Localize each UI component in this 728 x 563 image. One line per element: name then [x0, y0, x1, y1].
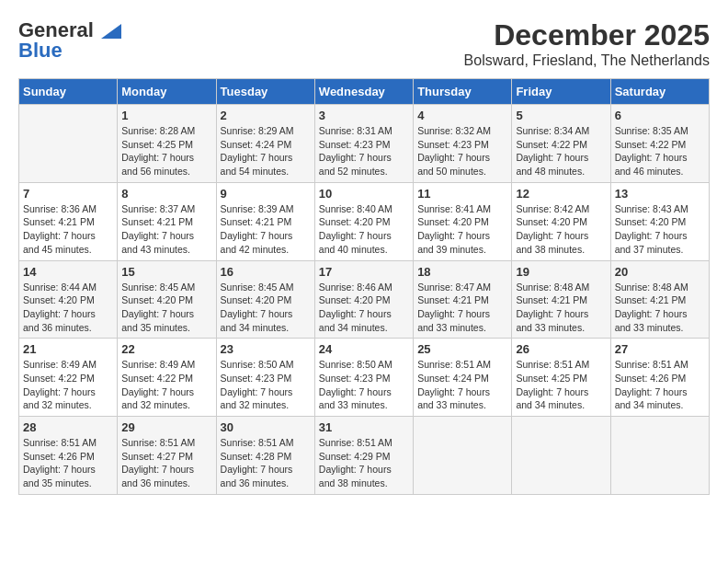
header-monday: Monday [118, 79, 216, 105]
calendar-cell: 15Sunrise: 8:45 AM Sunset: 4:20 PM Dayli… [118, 260, 216, 339]
calendar-week-3: 14Sunrise: 8:44 AM Sunset: 4:20 PM Dayli… [19, 260, 710, 339]
day-detail: Sunrise: 8:46 AM Sunset: 4:20 PM Dayligh… [319, 281, 409, 335]
day-number: 22 [121, 342, 211, 356]
calendar-cell: 18Sunrise: 8:47 AM Sunset: 4:21 PM Dayli… [414, 260, 512, 339]
day-number: 6 [615, 109, 705, 122]
header-wednesday: Wednesday [314, 79, 413, 105]
day-number: 4 [417, 109, 507, 122]
day-detail: Sunrise: 8:51 AM Sunset: 4:26 PM Dayligh… [615, 358, 705, 412]
calendar-cell: 31Sunrise: 8:51 AM Sunset: 4:29 PM Dayli… [314, 417, 413, 495]
day-number: 17 [319, 265, 409, 279]
calendar-cell: 12Sunrise: 8:42 AM Sunset: 4:20 PM Dayli… [512, 182, 610, 260]
calendar-cell: 25Sunrise: 8:51 AM Sunset: 4:24 PM Dayli… [414, 339, 512, 417]
calendar-cell: 3Sunrise: 8:31 AM Sunset: 4:23 PM Daylig… [314, 105, 413, 183]
logo-blue: Blue [18, 39, 63, 63]
day-number: 3 [319, 109, 409, 122]
calendar-cell: 29Sunrise: 8:51 AM Sunset: 4:27 PM Dayli… [118, 417, 216, 495]
day-number: 18 [417, 265, 507, 279]
calendar-cell: 21Sunrise: 8:49 AM Sunset: 4:22 PM Dayli… [19, 339, 118, 417]
day-detail: Sunrise: 8:45 AM Sunset: 4:20 PM Dayligh… [121, 281, 211, 335]
calendar-cell: 27Sunrise: 8:51 AM Sunset: 4:26 PM Dayli… [610, 339, 709, 417]
day-number: 28 [23, 420, 113, 434]
day-number: 15 [121, 265, 211, 279]
calendar-header-row: SundayMondayTuesdayWednesdayThursdayFrid… [19, 79, 710, 105]
day-number: 12 [516, 187, 606, 201]
day-detail: Sunrise: 8:35 AM Sunset: 4:22 PM Dayligh… [615, 124, 705, 178]
calendar-cell: 4Sunrise: 8:32 AM Sunset: 4:23 PM Daylig… [414, 105, 512, 183]
calendar-cell: 8Sunrise: 8:37 AM Sunset: 4:21 PM Daylig… [118, 182, 216, 260]
day-detail: Sunrise: 8:51 AM Sunset: 4:29 PM Dayligh… [319, 436, 409, 490]
page-subtitle: Bolsward, Friesland, The Netherlands [464, 52, 710, 69]
header-saturday: Saturday [610, 79, 709, 105]
svg-marker-0 [101, 24, 121, 39]
calendar-cell: 28Sunrise: 8:51 AM Sunset: 4:26 PM Dayli… [19, 417, 118, 495]
calendar-cell: 14Sunrise: 8:44 AM Sunset: 4:20 PM Dayli… [19, 260, 118, 339]
calendar-cell: 19Sunrise: 8:48 AM Sunset: 4:21 PM Dayli… [512, 260, 610, 339]
day-detail: Sunrise: 8:50 AM Sunset: 4:23 PM Dayligh… [221, 358, 311, 412]
calendar-cell: 23Sunrise: 8:50 AM Sunset: 4:23 PM Dayli… [216, 339, 314, 417]
day-detail: Sunrise: 8:28 AM Sunset: 4:25 PM Dayligh… [121, 124, 211, 178]
day-number: 20 [615, 265, 705, 279]
logo: General Blue [18, 18, 121, 63]
day-detail: Sunrise: 8:32 AM Sunset: 4:23 PM Dayligh… [417, 124, 507, 178]
calendar-cell [610, 417, 709, 495]
page-header: General Blue December 2025 Bolsward, Fri… [18, 18, 710, 69]
calendar-cell: 13Sunrise: 8:43 AM Sunset: 4:20 PM Dayli… [610, 182, 709, 260]
day-number: 27 [615, 342, 705, 356]
day-number: 19 [516, 265, 606, 279]
day-detail: Sunrise: 8:40 AM Sunset: 4:20 PM Dayligh… [319, 202, 409, 257]
header-tuesday: Tuesday [216, 79, 314, 105]
day-number: 21 [23, 342, 113, 356]
calendar-cell: 20Sunrise: 8:48 AM Sunset: 4:21 PM Dayli… [610, 260, 709, 339]
calendar-week-5: 28Sunrise: 8:51 AM Sunset: 4:26 PM Dayli… [19, 417, 710, 495]
header-thursday: Thursday [414, 79, 512, 105]
day-number: 29 [121, 420, 211, 434]
day-detail: Sunrise: 8:36 AM Sunset: 4:21 PM Dayligh… [23, 202, 113, 257]
calendar-cell: 5Sunrise: 8:34 AM Sunset: 4:22 PM Daylig… [512, 105, 610, 183]
calendar-cell: 10Sunrise: 8:40 AM Sunset: 4:20 PM Dayli… [314, 182, 413, 260]
day-detail: Sunrise: 8:45 AM Sunset: 4:20 PM Dayligh… [221, 281, 311, 335]
calendar-table: SundayMondayTuesdayWednesdayThursdayFrid… [18, 78, 710, 495]
logo-icon [101, 24, 121, 39]
day-number: 30 [221, 420, 311, 434]
calendar-cell: 22Sunrise: 8:49 AM Sunset: 4:22 PM Dayli… [118, 339, 216, 417]
day-detail: Sunrise: 8:51 AM Sunset: 4:27 PM Dayligh… [121, 436, 211, 490]
day-detail: Sunrise: 8:50 AM Sunset: 4:23 PM Dayligh… [319, 358, 409, 412]
day-detail: Sunrise: 8:42 AM Sunset: 4:20 PM Dayligh… [516, 202, 606, 257]
day-detail: Sunrise: 8:48 AM Sunset: 4:21 PM Dayligh… [615, 281, 705, 335]
day-number: 2 [221, 109, 311, 122]
day-number: 13 [615, 187, 705, 201]
calendar-week-2: 7Sunrise: 8:36 AM Sunset: 4:21 PM Daylig… [19, 182, 710, 260]
day-number: 7 [23, 187, 113, 201]
day-number: 9 [221, 187, 311, 201]
day-number: 5 [516, 109, 606, 122]
day-detail: Sunrise: 8:49 AM Sunset: 4:22 PM Dayligh… [23, 358, 113, 412]
calendar-cell: 6Sunrise: 8:35 AM Sunset: 4:22 PM Daylig… [610, 105, 709, 183]
day-detail: Sunrise: 8:31 AM Sunset: 4:23 PM Dayligh… [319, 124, 409, 178]
day-number: 31 [319, 420, 409, 434]
day-detail: Sunrise: 8:51 AM Sunset: 4:25 PM Dayligh… [516, 358, 606, 412]
calendar-cell: 24Sunrise: 8:50 AM Sunset: 4:23 PM Dayli… [314, 339, 413, 417]
calendar-cell: 26Sunrise: 8:51 AM Sunset: 4:25 PM Dayli… [512, 339, 610, 417]
calendar-cell [414, 417, 512, 495]
day-detail: Sunrise: 8:41 AM Sunset: 4:20 PM Dayligh… [417, 202, 507, 257]
day-number: 25 [417, 342, 507, 356]
day-detail: Sunrise: 8:51 AM Sunset: 4:26 PM Dayligh… [23, 436, 113, 490]
calendar-cell [19, 105, 118, 183]
day-number: 16 [221, 265, 311, 279]
day-detail: Sunrise: 8:51 AM Sunset: 4:24 PM Dayligh… [417, 358, 507, 412]
calendar-cell: 30Sunrise: 8:51 AM Sunset: 4:28 PM Dayli… [216, 417, 314, 495]
calendar-cell: 1Sunrise: 8:28 AM Sunset: 4:25 PM Daylig… [118, 105, 216, 183]
calendar-week-4: 21Sunrise: 8:49 AM Sunset: 4:22 PM Dayli… [19, 339, 710, 417]
day-detail: Sunrise: 8:43 AM Sunset: 4:20 PM Dayligh… [615, 202, 705, 257]
calendar-cell: 17Sunrise: 8:46 AM Sunset: 4:20 PM Dayli… [314, 260, 413, 339]
calendar-cell [512, 417, 610, 495]
day-detail: Sunrise: 8:44 AM Sunset: 4:20 PM Dayligh… [23, 281, 113, 335]
day-detail: Sunrise: 8:47 AM Sunset: 4:21 PM Dayligh… [417, 281, 507, 335]
day-detail: Sunrise: 8:37 AM Sunset: 4:21 PM Dayligh… [121, 202, 211, 257]
day-detail: Sunrise: 8:48 AM Sunset: 4:21 PM Dayligh… [516, 281, 606, 335]
day-detail: Sunrise: 8:49 AM Sunset: 4:22 PM Dayligh… [121, 358, 211, 412]
day-number: 24 [319, 342, 409, 356]
page-title: December 2025 [464, 18, 710, 52]
calendar-cell: 16Sunrise: 8:45 AM Sunset: 4:20 PM Dayli… [216, 260, 314, 339]
